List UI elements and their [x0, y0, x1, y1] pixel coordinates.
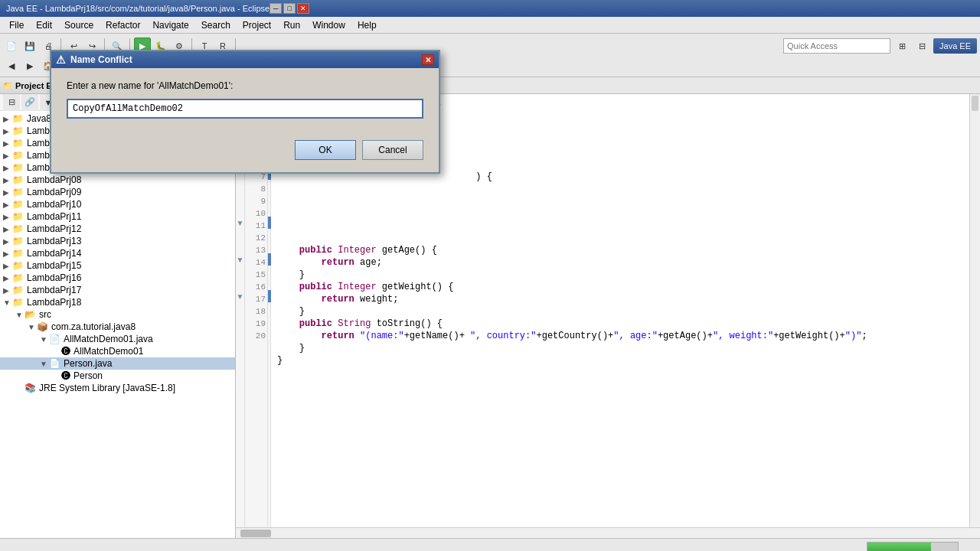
dialog-title-text: ⚠ Name Conflict: [56, 54, 422, 66]
tree-item-11[interactable]: ▶📁LambdaPrj14: [0, 247, 235, 259]
dialog-prompt: Enter a new name for 'AllMatchDemo01':: [67, 80, 423, 91]
progress-bar: [867, 542, 959, 552]
tree-item-15[interactable]: ▼📁LambdaPrj18: [0, 296, 235, 308]
fold-marker-16[interactable]: [236, 278, 244, 290]
toolbar-back-btn[interactable]: ◀: [3, 57, 20, 74]
tree-item-12[interactable]: ▶📁LambdaPrj15: [0, 259, 235, 272]
title-text: Java EE - LambdaPrj18/src/com/za/tutoria…: [6, 4, 270, 13]
menu-help[interactable]: Help: [351, 18, 383, 32]
java-ee-badge: Java EE: [933, 38, 977, 54]
fold-marker-14[interactable]: ▼: [236, 253, 244, 266]
dialog-close-button[interactable]: ✕: [422, 54, 434, 65]
status-bar: [0, 538, 980, 551]
java-ee-label: Java EE: [939, 41, 971, 51]
tree-item-7[interactable]: ▶📁LambdaPrj10: [0, 198, 235, 210]
tree-item-6[interactable]: ▶📁LambdaPrj09: [0, 186, 235, 198]
name-conflict-dialog: ⚠ Name Conflict ✕ Enter a new name for '…: [50, 50, 440, 174]
tree-item-17[interactable]: ▼📦com.za.tutorial.java8: [0, 321, 235, 333]
editor-vscroll[interactable]: [969, 94, 980, 527]
minimize-button[interactable]: ─: [270, 3, 282, 14]
toolbar-view-btn[interactable]: ⊟: [913, 37, 930, 54]
toolbar-forward-btn[interactable]: ▶: [21, 57, 38, 74]
tree-item-9[interactable]: ▶📁LambdaPrj12: [0, 223, 235, 235]
menu-search[interactable]: Search: [195, 18, 237, 32]
tree-item-10[interactable]: ▶📁LambdaPrj13: [0, 235, 235, 247]
toolbar-new-btn[interactable]: 📄: [3, 37, 20, 54]
menu-file[interactable]: File: [3, 18, 30, 32]
tree-item-20[interactable]: ▼📄Person.java: [0, 357, 235, 370]
panel-link-btn[interactable]: 🔗: [21, 94, 38, 111]
tree-item-22[interactable]: 📚JRE System Library [JavaSE-1.8]: [0, 382, 235, 394]
panel-collapse-all-btn[interactable]: ⊟: [3, 94, 20, 111]
fold-marker-17[interactable]: ▼: [236, 290, 244, 302]
quick-access-area: ⊞ ⊟ Java EE: [783, 37, 977, 54]
fold-marker-18[interactable]: [236, 302, 244, 315]
dialog-ok-button[interactable]: OK: [295, 140, 356, 160]
fold-marker-12[interactable]: [236, 229, 244, 241]
menu-refactor[interactable]: Refactor: [100, 18, 146, 32]
maximize-button[interactable]: □: [283, 3, 296, 14]
tree-item-19[interactable]: 🅒AllMatchDemo01: [0, 345, 235, 357]
menu-project[interactable]: Project: [237, 18, 277, 32]
toolbar-save-btn[interactable]: 💾: [21, 37, 38, 54]
dialog-buttons: OK Cancel: [51, 131, 439, 172]
quick-access-input[interactable]: [783, 38, 890, 54]
dialog-body: Enter a new name for 'AllMatchDemo01':: [51, 68, 439, 131]
tree-item-8[interactable]: ▶📁LambdaPrj11: [0, 210, 235, 223]
tree-item-13[interactable]: ▶📁LambdaPrj16: [0, 272, 235, 284]
title-bar: Java EE - LambdaPrj18/src/com/za/tutoria…: [0, 0, 980, 17]
menu-edit[interactable]: Edit: [30, 18, 58, 32]
menu-navigate[interactable]: Navigate: [146, 18, 194, 32]
dialog-name-input[interactable]: [67, 99, 423, 119]
tree-item-16[interactable]: ▼📂src: [0, 308, 235, 321]
tree-item-18[interactable]: ▼📄AllMatchDemo01.java: [0, 333, 235, 345]
project-tree: ▶📁Java8MixinsPrj▶📁LambdaPrj03▶📁LambdaPrj…: [0, 111, 235, 538]
dialog-cancel-button[interactable]: Cancel: [362, 140, 423, 160]
fold-marker-10[interactable]: [236, 204, 244, 217]
progress-bar-fill: [867, 543, 931, 552]
tree-item-14[interactable]: ▶📁LambdaPrj17: [0, 284, 235, 296]
fold-marker-13[interactable]: [236, 241, 244, 253]
close-button[interactable]: ✕: [297, 3, 309, 14]
toolbar-perspective-btn[interactable]: ⊞: [893, 37, 910, 54]
editor-hscroll[interactable]: [236, 527, 980, 538]
menu-bar: File Edit Source Refactor Navigate Searc…: [0, 17, 980, 34]
fold-marker-8[interactable]: [236, 180, 244, 192]
tree-item-21[interactable]: 🅒Person: [0, 370, 235, 382]
fold-marker-15[interactable]: [236, 266, 244, 278]
fold-marker-9[interactable]: [236, 192, 244, 204]
menu-window[interactable]: Window: [306, 18, 351, 32]
title-bar-controls: ─ □ ✕: [270, 3, 309, 14]
dialog-title-bar[interactable]: ⚠ Name Conflict ✕: [51, 51, 439, 68]
menu-source[interactable]: Source: [58, 18, 100, 32]
tree-item-5[interactable]: ▶📁LambdaPrj08: [0, 174, 235, 186]
dialog-title: Name Conflict: [70, 54, 132, 65]
fold-marker-19[interactable]: [236, 315, 244, 327]
fold-marker-11[interactable]: ▼: [236, 217, 244, 229]
menu-run[interactable]: Run: [277, 18, 306, 32]
fold-marker-20[interactable]: [236, 327, 244, 339]
